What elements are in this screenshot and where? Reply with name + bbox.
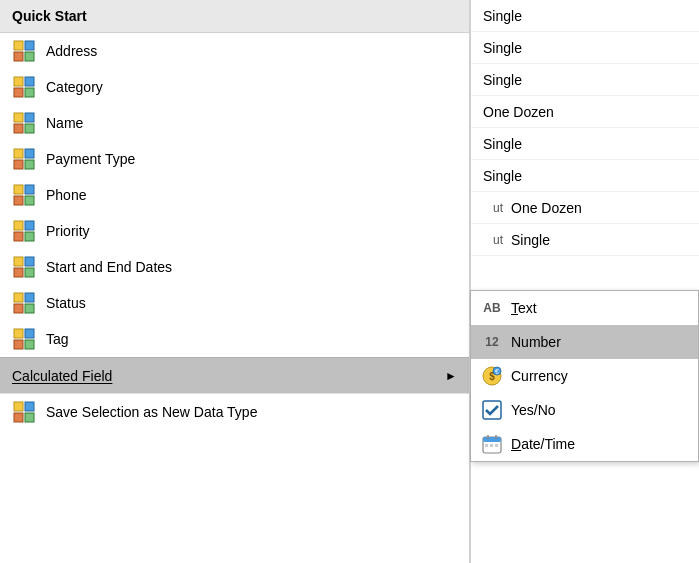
svg-rect-36 bbox=[14, 402, 23, 411]
svg-rect-22 bbox=[14, 232, 23, 241]
quick-start-item-tag[interactable]: Tag bbox=[0, 321, 469, 357]
svg-rect-6 bbox=[14, 88, 23, 97]
quick-start-panel: Quick Start Address Category Name Paymen… bbox=[0, 0, 470, 563]
table-row: One Dozen bbox=[471, 96, 699, 128]
svg-rect-12 bbox=[14, 149, 23, 158]
svg-rect-33 bbox=[25, 329, 34, 338]
calculated-field-label: Calculated Field bbox=[12, 368, 445, 384]
type-dropdown[interactable]: ABText12Number $ € Currency Yes/No Date/… bbox=[470, 290, 699, 462]
dropdown-item-datetime[interactable]: Date/Time bbox=[471, 427, 698, 461]
phone-label: Phone bbox=[46, 187, 86, 203]
svg-rect-14 bbox=[14, 160, 23, 169]
svg-rect-11 bbox=[25, 124, 34, 133]
svg-rect-19 bbox=[25, 196, 34, 205]
save-selection-icon bbox=[12, 400, 36, 424]
table-row: utSingle bbox=[471, 224, 699, 256]
svg-rect-35 bbox=[25, 340, 34, 349]
currency-type-icon: $ € bbox=[481, 365, 503, 387]
row-label: Single bbox=[483, 40, 522, 56]
svg-rect-26 bbox=[14, 268, 23, 277]
svg-rect-38 bbox=[14, 413, 23, 422]
row-label: Single bbox=[483, 136, 522, 152]
svg-rect-51 bbox=[495, 444, 498, 447]
row-prefix: ut bbox=[479, 201, 503, 215]
quick-start-item-name[interactable]: Name bbox=[0, 105, 469, 141]
svg-rect-23 bbox=[25, 232, 34, 241]
status-label: Status bbox=[46, 295, 86, 311]
svg-rect-13 bbox=[25, 149, 34, 158]
dropdown-item-text[interactable]: ABText bbox=[471, 291, 698, 325]
table-row: Single bbox=[471, 64, 699, 96]
svg-rect-2 bbox=[14, 52, 23, 61]
submenu-arrow-icon: ► bbox=[445, 369, 457, 383]
row-label: Single bbox=[483, 72, 522, 88]
svg-rect-9 bbox=[25, 113, 34, 122]
name-label: Name bbox=[46, 115, 83, 131]
payment-type-icon bbox=[12, 147, 36, 171]
quick-start-title: Quick Start bbox=[12, 8, 87, 24]
svg-rect-37 bbox=[25, 402, 34, 411]
svg-rect-50 bbox=[490, 444, 493, 447]
datetime-label: Date/Time bbox=[511, 436, 575, 452]
svg-rect-10 bbox=[14, 124, 23, 133]
start-end-dates-icon bbox=[12, 255, 36, 279]
row-label: Single bbox=[483, 168, 522, 184]
quick-start-items-list: Address Category Name Payment Type Phone… bbox=[0, 33, 469, 357]
svg-rect-30 bbox=[14, 304, 23, 313]
svg-rect-0 bbox=[14, 41, 23, 50]
svg-rect-3 bbox=[25, 52, 34, 61]
svg-rect-44 bbox=[483, 401, 501, 419]
calculated-field-item[interactable]: Calculated Field ► bbox=[0, 357, 469, 393]
quick-start-item-payment-type[interactable]: Payment Type bbox=[0, 141, 469, 177]
svg-rect-46 bbox=[483, 437, 501, 442]
svg-rect-5 bbox=[25, 77, 34, 86]
row-prefix: ut bbox=[479, 233, 503, 247]
payment-type-label: Payment Type bbox=[46, 151, 135, 167]
quick-start-item-priority[interactable]: Priority bbox=[0, 213, 469, 249]
start-end-dates-label: Start and End Dates bbox=[46, 259, 172, 275]
quick-start-item-phone[interactable]: Phone bbox=[0, 177, 469, 213]
svg-rect-1 bbox=[25, 41, 34, 50]
svg-rect-4 bbox=[14, 77, 23, 86]
quick-start-item-start-end-dates[interactable]: Start and End Dates bbox=[0, 249, 469, 285]
svg-rect-8 bbox=[14, 113, 23, 122]
priority-icon bbox=[12, 219, 36, 243]
dropdown-item-yes-no[interactable]: Yes/No bbox=[471, 393, 698, 427]
svg-rect-18 bbox=[14, 196, 23, 205]
yes-no-label: Yes/No bbox=[511, 402, 556, 418]
row-label: Single bbox=[483, 8, 522, 24]
svg-rect-17 bbox=[25, 185, 34, 194]
number-label: Number bbox=[511, 334, 561, 350]
priority-label: Priority bbox=[46, 223, 90, 239]
svg-rect-25 bbox=[25, 257, 34, 266]
save-selection-item[interactable]: Save Selection as New Data Type bbox=[0, 393, 469, 430]
number-type-icon: 12 bbox=[481, 331, 503, 353]
svg-rect-16 bbox=[14, 185, 23, 194]
quick-start-header: Quick Start bbox=[0, 0, 469, 33]
dropdown-item-currency[interactable]: $ € Currency bbox=[471, 359, 698, 393]
dropdown-item-number[interactable]: 12Number bbox=[471, 325, 698, 359]
svg-rect-39 bbox=[25, 413, 34, 422]
address-label: Address bbox=[46, 43, 97, 59]
tag-icon bbox=[12, 327, 36, 351]
quick-start-item-status[interactable]: Status bbox=[0, 285, 469, 321]
row-label: One Dozen bbox=[511, 200, 582, 216]
tag-label: Tag bbox=[46, 331, 69, 347]
right-panel-rows: SingleSingleSingleOne DozenSingleSingleu… bbox=[471, 0, 699, 256]
svg-rect-21 bbox=[25, 221, 34, 230]
quick-start-item-category[interactable]: Category bbox=[0, 69, 469, 105]
category-label: Category bbox=[46, 79, 103, 95]
svg-text:€: € bbox=[495, 368, 499, 375]
text-type-icon: AB bbox=[481, 297, 503, 319]
datetime-type-icon bbox=[481, 433, 503, 455]
right-panel: SingleSingleSingleOne DozenSingleSingleu… bbox=[470, 0, 699, 563]
svg-rect-29 bbox=[25, 293, 34, 302]
table-row: utOne Dozen bbox=[471, 192, 699, 224]
category-icon bbox=[12, 75, 36, 99]
svg-rect-27 bbox=[25, 268, 34, 277]
row-label: Single bbox=[511, 232, 550, 248]
table-row: Single bbox=[471, 32, 699, 64]
table-row: Single bbox=[471, 0, 699, 32]
quick-start-item-address[interactable]: Address bbox=[0, 33, 469, 69]
row-label: One Dozen bbox=[483, 104, 554, 120]
